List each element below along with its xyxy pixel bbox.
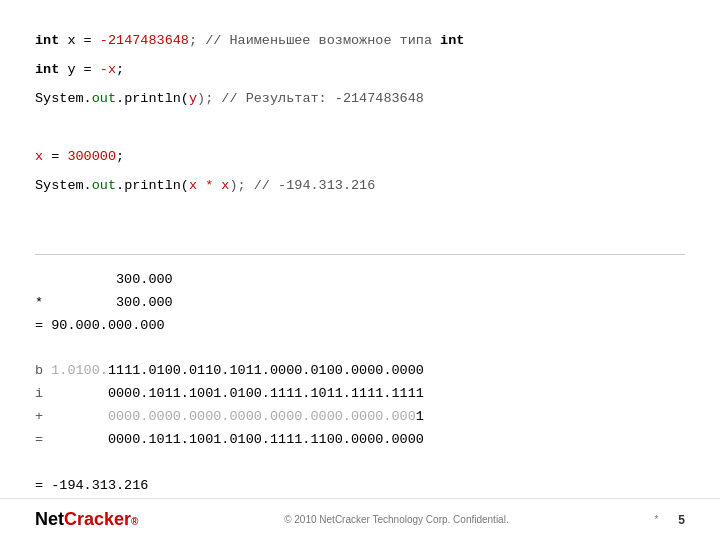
calc-line-3: = 90.000.000.000 [35,315,685,338]
binary-line-4: = 0000.1011.1001.0100.1111.1100.0000.000… [35,429,685,452]
logo: NetCracker® [35,509,138,530]
page-number: 5 [678,513,685,527]
close-3: ); // Результат: -2147483648 [197,91,424,106]
print-text-6: .println( [116,178,189,193]
arg-3: y [189,91,197,106]
footer-asterisk: * [654,514,658,525]
calc-empty [35,337,685,360]
horizontal-divider [35,254,685,255]
code-line-2: int y = -x; [35,59,685,82]
calc-block: 300.000 * 300.000 = 90.000.000.000 b 1.0… [0,265,720,498]
binary-line-2: i 0000.1011.1001.0100.1111.1011.1111.111… [35,383,685,406]
end-5: ; [116,149,124,164]
print-text-3: .println( [116,91,189,106]
footer: NetCracker® © 2010 NetCracker Technology… [0,498,720,540]
out-text-3: out [92,91,116,106]
code-line-3: System.out.println(y); // Результат: -21… [35,88,685,111]
value-2: -x [100,62,116,77]
keyword-int-comment: int [440,33,464,48]
code-line-5: x = 300000; [35,146,685,169]
comment-1: ; // Наименьшее возможное типа [189,33,440,48]
code-text-1: x = [59,33,100,48]
arg-6: x * x [189,178,230,193]
code-line-1: int x = -2147483648; // Наименьшее возмо… [35,30,685,53]
sys-text-3: System. [35,91,92,106]
var-x: x [35,149,43,164]
content-area: int x = -2147483648; // Наименьшее возмо… [0,0,720,244]
code-line-empty1 [35,117,685,140]
empty-line-2 [35,452,685,475]
sys-text-6: System. [35,178,92,193]
keyword-int-1: int [35,33,59,48]
eq-5: = [43,149,67,164]
copyright-text: © 2010 NetCracker Technology Corp. Confi… [284,514,509,525]
binary-line-1: b 1.0100.1111.0100.0110.1011.0000.0100.0… [35,360,685,383]
out-text-6: out [92,178,116,193]
logo-cracker: Cracker [64,509,131,530]
code-line-6: System.out.println(x * x); // -194.313.2… [35,175,685,198]
binary-line-3: + 0000.0000.0000.0000.0000.0000.0000.000… [35,406,685,429]
logo-net: Net [35,509,64,530]
val-5: 300000 [67,149,116,164]
result-line: = -194.313.216 [35,475,685,498]
calc-line-2: * 300.000 [35,292,685,315]
close-6: ); // -194.313.216 [229,178,375,193]
calc-line-1: 300.000 [35,269,685,292]
logo-registered: ® [131,516,138,527]
code-text-2: y = [59,62,100,77]
slide: int x = -2147483648; // Наименьшее возмо… [0,0,720,540]
value-1: -2147483648 [100,33,189,48]
keyword-int-2: int [35,62,59,77]
code-end-2: ; [116,62,124,77]
